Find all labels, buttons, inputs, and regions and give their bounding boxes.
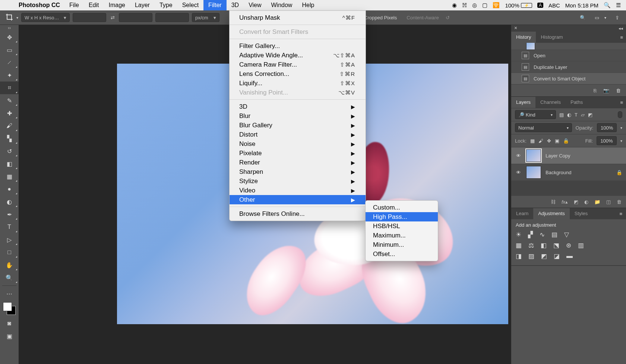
pen-tool[interactable]: ✒ [0, 208, 19, 221]
edit-toolbar-button[interactable]: ⋯ [0, 287, 19, 300]
tool-preset-chevron-icon[interactable]: ▾ [16, 16, 18, 20]
crop-tool-icon[interactable] [5, 13, 14, 22]
crop-preset-dropdown[interactable]: W x H x Reso…▾ [21, 13, 70, 22]
type-tool[interactable]: T [0, 221, 19, 233]
menu-file[interactable]: File [64, 0, 84, 10]
curves-icon[interactable]: ∿ [540, 231, 545, 239]
menuitem-unsharp-mask[interactable]: Unsharp Mask^⌘F [230, 13, 366, 22]
panel-menu-icon[interactable]: ≡ [620, 35, 623, 40]
swap-dimensions-icon[interactable]: ⇄ [109, 15, 116, 20]
eyedropper-tool[interactable]: ✎ [0, 94, 19, 107]
menuitem-filter-gallery[interactable]: Filter Gallery... [230, 41, 366, 51]
gradient-tool[interactable]: ▦ [0, 170, 19, 183]
move-tool[interactable]: ✥ [0, 31, 19, 44]
filter-adjustment-icon[interactable]: ◐ [567, 112, 571, 118]
notification-center-icon[interactable]: ◉ [452, 2, 457, 9]
tab-adjustments[interactable]: Adjustments [533, 208, 570, 219]
screen-mode-button[interactable]: ▣ [0, 330, 19, 342]
battery-status[interactable]: 100% ⚡ [505, 2, 532, 9]
menuitem-lens-correction[interactable]: Lens Correction...⇧⌘R [230, 69, 366, 79]
layer-mask-icon[interactable]: ◩ [574, 199, 578, 205]
path-selection-tool[interactable]: ▷ [0, 233, 19, 246]
hue-sat-icon[interactable]: ▦ [516, 242, 522, 249]
lasso-tool[interactable]: ⟋ [0, 56, 19, 69]
panel-collapse-bar[interactable]: × ◂◂ [511, 25, 626, 32]
blur-tool[interactable]: ● [0, 183, 19, 195]
menu-type[interactable]: Type [155, 0, 177, 10]
layer-filter-kind-dropdown[interactable]: 🔎 Kind▾ [515, 110, 556, 119]
menuitem-offset[interactable]: Offset... [366, 249, 438, 259]
levels-icon[interactable]: ▞ [528, 231, 533, 239]
delete-layer-icon[interactable]: 🗑 [617, 199, 622, 205]
brightness-contrast-icon[interactable]: ☀ [516, 231, 521, 239]
tab-history[interactable]: History [511, 32, 536, 43]
foreground-color-swatch[interactable] [3, 302, 12, 311]
wifi-icon[interactable]: 🛜 [493, 2, 500, 9]
tab-channels[interactable]: Channels [535, 97, 566, 108]
history-state[interactable]: ▤Duplicate Layer [511, 61, 626, 73]
menuitem-custom[interactable]: Custom... [366, 203, 438, 212]
color-lookup-icon[interactable]: ▥ [578, 242, 584, 249]
dropbox-icon[interactable]: ☵ [462, 2, 467, 9]
menu-edit[interactable]: Edit [84, 0, 104, 10]
menu-window[interactable]: Window [266, 0, 297, 10]
menuitem-video[interactable]: Video▶ [230, 186, 366, 195]
menuitem-adaptive-wide-angle[interactable]: Adaptive Wide Angle...⌥⇧⌘A [230, 51, 366, 60]
app-name[interactable]: Photoshop CC [14, 2, 64, 9]
opacity-input[interactable]: 100% [597, 123, 617, 132]
history-source-row[interactable] [511, 43, 626, 50]
exposure-icon[interactable]: ▤ [551, 231, 557, 239]
channel-mixer-icon[interactable]: ⊛ [566, 242, 571, 249]
menuitem-hsb-hsl[interactable]: HSB/HSL [366, 221, 438, 231]
color-swatches[interactable] [3, 302, 16, 315]
tab-layers[interactable]: Layers [511, 97, 535, 108]
collapse-panels-icon[interactable]: ◂◂ [619, 26, 623, 31]
workspace-chevron-icon[interactable]: ▾ [604, 16, 606, 20]
input-source[interactable]: A [537, 3, 543, 8]
layer-row[interactable]: 👁Layer Copy [511, 147, 626, 164]
eraser-tool[interactable]: ◧ [0, 157, 19, 170]
airplay-icon[interactable]: ▢ [482, 2, 487, 9]
lock-position-icon[interactable]: ✥ [547, 138, 551, 144]
marquee-tool[interactable]: ▭ [0, 44, 19, 56]
menu-layer[interactable]: Layer [130, 0, 155, 10]
filter-type-icon[interactable]: T [575, 112, 578, 118]
filter-smart-icon[interactable]: ◩ [588, 112, 592, 118]
create-document-from-state-icon[interactable]: ⎘ [594, 88, 597, 93]
zoom-tool[interactable]: 🔍 [0, 271, 19, 284]
tab-styles[interactable]: Styles [570, 208, 592, 219]
crop-height-input[interactable] [119, 13, 152, 22]
close-panel-icon[interactable]: × [514, 25, 517, 31]
invert-icon[interactable]: ◨ [516, 252, 522, 260]
gradient-map-icon[interactable]: ▬ [566, 252, 573, 260]
tab-learn[interactable]: Learn [511, 208, 533, 219]
menu-image[interactable]: Image [104, 0, 130, 10]
filter-pixel-icon[interactable]: ▧ [559, 112, 564, 118]
quick-mask-button[interactable]: ◙ [0, 317, 19, 330]
layer-thumbnail[interactable] [526, 166, 541, 179]
menuitem-distort[interactable]: Distort▶ [230, 130, 366, 139]
new-layer-icon[interactable]: ◫ [606, 199, 611, 205]
blend-mode-dropdown[interactable]: Normal▾ [515, 123, 572, 132]
menu-view[interactable]: View [244, 0, 266, 10]
crop-unit-dropdown[interactable]: px/cm▾ [192, 13, 219, 22]
threshold-icon[interactable]: ◩ [541, 252, 547, 260]
menuitem-minimum[interactable]: Minimum... [366, 240, 438, 249]
tab-paths[interactable]: Paths [566, 97, 588, 108]
history-brush-tool[interactable]: ↺ [0, 145, 19, 157]
workspace-switcher-icon[interactable]: ▭ [595, 15, 599, 20]
brush-tool[interactable]: 🖌 [0, 119, 19, 132]
layer-thumbnail[interactable] [526, 149, 541, 162]
delete-state-icon[interactable]: 🗑 [616, 88, 621, 93]
menu-3d[interactable]: 3D [227, 0, 244, 10]
menu-filter[interactable]: Filter [203, 0, 227, 10]
menuitem-sharpen[interactable]: Sharpen▶ [230, 167, 366, 176]
lock-image-icon[interactable]: 🖌 [538, 138, 543, 144]
menuitem-pixelate[interactable]: Pixelate▶ [230, 149, 366, 158]
tab-histogram[interactable]: Histogram [536, 32, 567, 43]
hand-tool[interactable]: ✋ [0, 259, 19, 271]
layer-style-icon[interactable]: fx▴ [562, 199, 568, 205]
control-center-icon[interactable]: ☰ [616, 2, 621, 9]
crop-width-input[interactable] [73, 13, 106, 22]
lock-all-icon[interactable]: 🔒 [563, 138, 569, 144]
